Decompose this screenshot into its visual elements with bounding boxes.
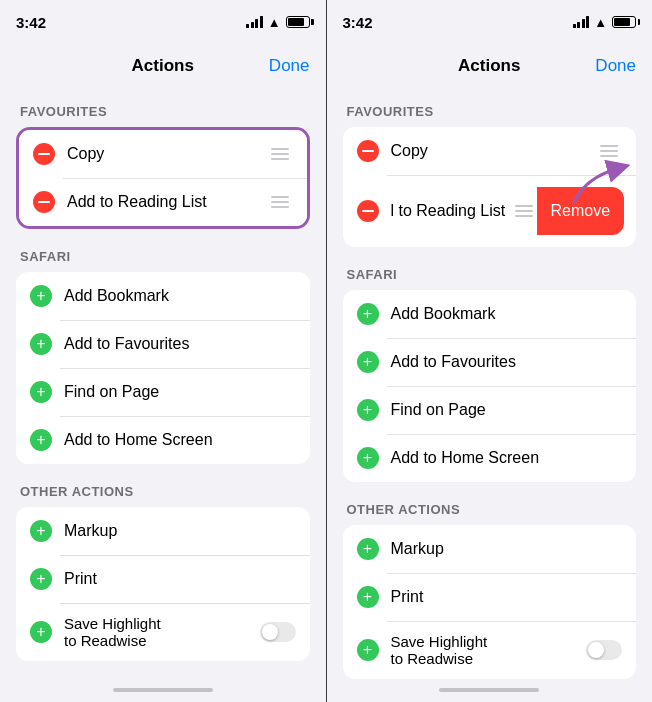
content-right: Favourites Copy l to Reading List Remove xyxy=(327,88,653,682)
status-bar-right: 3:42 ▲ xyxy=(327,0,653,44)
find-page-row-right: Find on Page xyxy=(343,386,637,434)
done-button-right[interactable]: Done xyxy=(595,56,636,76)
plus-icon-markup-right[interactable] xyxy=(357,538,379,560)
reading-list-label-left: Add to Reading List xyxy=(67,193,267,211)
section-label-other-right: Other Actions xyxy=(343,502,637,517)
plus-icon-print-right[interactable] xyxy=(357,586,379,608)
favourites-card-left: Copy Add to Reading List xyxy=(19,130,307,226)
plus-icon-bookmark-right[interactable] xyxy=(357,303,379,325)
plus-icon-home-left[interactable] xyxy=(30,429,52,451)
reading-list-row-right: l to Reading List Remove xyxy=(343,175,637,247)
battery-icon-right xyxy=(612,16,636,28)
safari-card-left: Add Bookmark Add to Favourites Find on P… xyxy=(16,272,310,464)
nav-bar-left: Actions Done xyxy=(0,44,326,88)
status-bar-left: 3:42 ▲ xyxy=(0,0,326,44)
minus-icon-reading-right[interactable] xyxy=(357,200,379,222)
save-highlight-label-right: Save Highlight to Readwise xyxy=(391,633,587,667)
status-icons-left: ▲ xyxy=(246,15,309,30)
content-left: Favourites Copy Add to Reading List xyxy=(0,88,326,682)
minus-icon-reading-left[interactable] xyxy=(33,191,55,213)
other-card-right: Markup Print Save Highlight to Readwise xyxy=(343,525,637,679)
save-highlight-toggle-right[interactable] xyxy=(586,640,622,660)
nav-title-left: Actions xyxy=(132,56,194,76)
plus-icon-favourites-left[interactable] xyxy=(30,333,52,355)
save-highlight-label-left: Save Highlight to Readwise xyxy=(64,615,260,649)
drag-handle-reading-right[interactable] xyxy=(511,201,537,221)
home-indicator-left xyxy=(0,682,326,702)
plus-icon-find-right[interactable] xyxy=(357,399,379,421)
add-bookmark-label-right: Add Bookmark xyxy=(391,305,623,323)
add-bookmark-row-right: Add Bookmark xyxy=(343,290,637,338)
plus-icon-save-right[interactable] xyxy=(357,639,379,661)
signal-icon-right xyxy=(573,16,590,28)
favourites-outline-container: Copy Add to Reading List xyxy=(16,127,310,229)
print-label-right: Print xyxy=(391,588,623,606)
find-page-label-right: Find on Page xyxy=(391,401,623,419)
section-label-favourites-left: Favourites xyxy=(16,104,310,119)
print-row-left: Print xyxy=(16,555,310,603)
nav-bar-right: Actions Done xyxy=(327,44,653,88)
print-row-right: Print xyxy=(343,573,637,621)
plus-icon-bookmark-left[interactable] xyxy=(30,285,52,307)
add-home-label-left: Add to Home Screen xyxy=(64,431,296,449)
copy-row-right: Copy xyxy=(343,127,637,175)
plus-icon-favourites-right[interactable] xyxy=(357,351,379,373)
section-label-favourites-right: Favourites xyxy=(343,104,637,119)
home-bar-left xyxy=(113,688,213,692)
battery-icon xyxy=(286,16,310,28)
wifi-icon-right: ▲ xyxy=(594,15,607,30)
remove-button[interactable]: Remove xyxy=(537,187,625,235)
signal-icon xyxy=(246,16,263,28)
right-panel: 3:42 ▲ Actions Done Favourites Copy xyxy=(327,0,653,702)
add-bookmark-row-left: Add Bookmark xyxy=(16,272,310,320)
purple-outline: Copy Add to Reading List xyxy=(16,127,310,229)
reading-list-row-left: Add to Reading List xyxy=(19,178,307,226)
markup-row-left: Markup xyxy=(16,507,310,555)
add-home-row-right: Add to Home Screen xyxy=(343,434,637,482)
markup-label-left: Markup xyxy=(64,522,296,540)
add-home-label-right: Add to Home Screen xyxy=(391,449,623,467)
section-label-other-left: Other Actions xyxy=(16,484,310,499)
add-favourites-row-right: Add to Favourites xyxy=(343,338,637,386)
markup-row-right: Markup xyxy=(343,525,637,573)
section-label-safari-right: Safari xyxy=(343,267,637,282)
home-bar-right xyxy=(439,688,539,692)
add-favourites-label-left: Add to Favourites xyxy=(64,335,296,353)
drag-handle-copy-left[interactable] xyxy=(267,144,293,164)
status-icons-right: ▲ xyxy=(573,15,636,30)
add-bookmark-label-left: Add Bookmark xyxy=(64,287,296,305)
save-highlight-row-right: Save Highlight to Readwise xyxy=(343,621,637,679)
plus-icon-print-left[interactable] xyxy=(30,568,52,590)
drag-handle-copy-right[interactable] xyxy=(596,141,622,161)
drag-handle-reading-left[interactable] xyxy=(267,192,293,212)
minus-icon-copy-right[interactable] xyxy=(357,140,379,162)
add-favourites-label-right: Add to Favourites xyxy=(391,353,623,371)
copy-row-left: Copy xyxy=(19,130,307,178)
plus-icon-markup-left[interactable] xyxy=(30,520,52,542)
minus-icon-copy-left[interactable] xyxy=(33,143,55,165)
nav-title-right: Actions xyxy=(458,56,520,76)
section-label-safari-left: Safari xyxy=(16,249,310,264)
reading-list-label-right: l to Reading List xyxy=(391,202,511,220)
done-button-left[interactable]: Done xyxy=(269,56,310,76)
copy-label-right: Copy xyxy=(391,142,597,160)
markup-label-right: Markup xyxy=(391,540,623,558)
save-highlight-row-left: Save Highlight to Readwise xyxy=(16,603,310,661)
home-indicator-right xyxy=(327,682,653,702)
favourites-card-right: Copy l to Reading List Remove xyxy=(343,127,637,247)
find-page-label-left: Find on Page xyxy=(64,383,296,401)
copy-label-left: Copy xyxy=(67,145,267,163)
status-time-right: 3:42 xyxy=(343,14,373,31)
status-time-left: 3:42 xyxy=(16,14,46,31)
safari-card-right: Add Bookmark Add to Favourites Find on P… xyxy=(343,290,637,482)
save-highlight-toggle-left[interactable] xyxy=(260,622,296,642)
plus-icon-find-left[interactable] xyxy=(30,381,52,403)
other-card-left: Markup Print Save Highlight to Readwise xyxy=(16,507,310,661)
plus-icon-save-left[interactable] xyxy=(30,621,52,643)
print-label-left: Print xyxy=(64,570,296,588)
add-home-row-left: Add to Home Screen xyxy=(16,416,310,464)
plus-icon-home-right[interactable] xyxy=(357,447,379,469)
add-favourites-row-left: Add to Favourites xyxy=(16,320,310,368)
find-page-row-left: Find on Page xyxy=(16,368,310,416)
left-panel: 3:42 ▲ Actions Done Favourites xyxy=(0,0,326,702)
